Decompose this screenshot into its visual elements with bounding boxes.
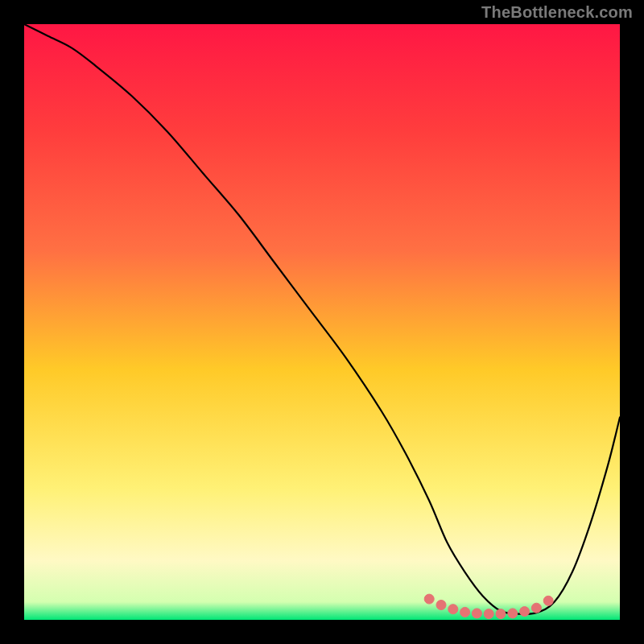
marker-dot <box>508 609 518 618</box>
marker-dot <box>436 601 446 610</box>
marker-dot <box>460 607 470 617</box>
marker-dot <box>484 609 493 619</box>
chart-frame: TheBottleneck.com <box>0 0 644 644</box>
marker-dot <box>520 607 530 617</box>
marker-dot <box>448 605 458 614</box>
marker-dot <box>424 594 434 604</box>
gradient-background <box>24 24 620 620</box>
chart-svg <box>24 24 620 620</box>
marker-dot <box>472 609 481 618</box>
marker-dot <box>543 596 553 605</box>
marker-dot <box>496 609 506 619</box>
plot-area <box>24 24 620 620</box>
marker-dot <box>531 603 541 613</box>
watermark-text: TheBottleneck.com <box>481 3 633 22</box>
